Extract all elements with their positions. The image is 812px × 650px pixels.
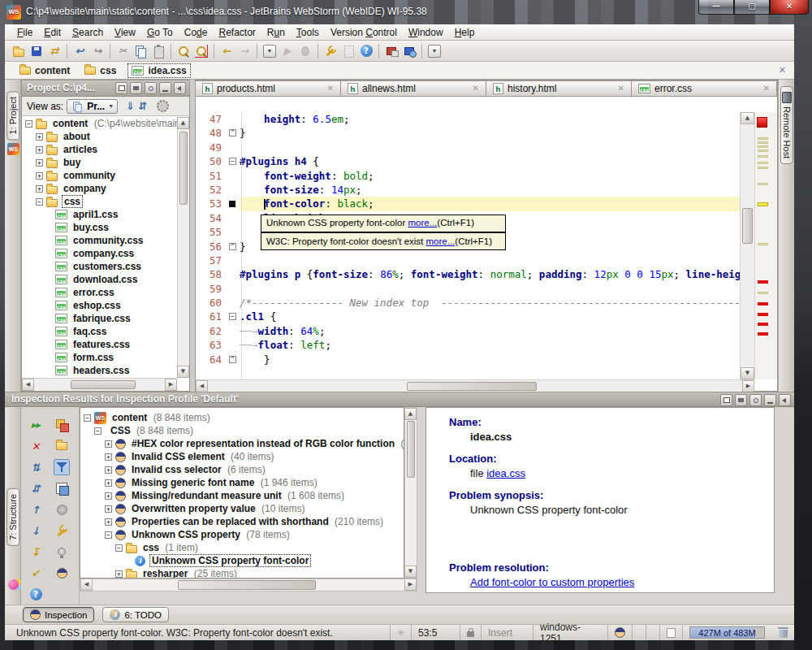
tree-item-label[interactable]: error.css	[71, 287, 116, 298]
preview-button[interactable]	[54, 501, 70, 518]
fold-gutter[interactable]: ^	[227, 353, 240, 366]
menu-edit[interactable]: Edit	[38, 25, 67, 40]
detail-location-link[interactable]: idea.css	[486, 467, 525, 479]
group-by-directory-button[interactable]	[54, 438, 70, 454]
tree-item-label[interactable]: content (8 848 items)	[110, 412, 212, 423]
expand-icon[interactable]: +	[36, 159, 43, 167]
line-number[interactable]: 56	[196, 240, 227, 254]
editor-tab-history-html[interactable]: history.html✕	[486, 80, 632, 97]
tree-item-label[interactable]: eshop.css	[71, 300, 123, 311]
quick-fix-button[interactable]	[54, 522, 70, 539]
tree-item-label[interactable]: Invalid css selector (6 items)	[130, 464, 267, 475]
fold-gutter[interactable]	[227, 169, 240, 183]
tree-item-content[interactable]: −content (C:\p4\website\main\	[22, 117, 177, 130]
line-number[interactable]: 52	[196, 183, 227, 197]
editor-tab-error-css[interactable]: error.css✕	[632, 80, 777, 97]
expand-icon[interactable]: +	[105, 518, 112, 526]
editor-line-59[interactable]: 59	[196, 282, 740, 296]
fold-gutter[interactable]	[227, 211, 240, 225]
run-config-select[interactable]: ▼	[263, 45, 276, 58]
fold-gutter[interactable]	[227, 225, 240, 239]
fold-gutter[interactable]	[227, 338, 240, 352]
tree-item-company-css[interactable]: company.css	[22, 247, 177, 260]
line-text[interactable]: }	[240, 126, 740, 140]
min-panel-icon[interactable]	[159, 82, 171, 94]
save-button[interactable]	[28, 42, 45, 60]
tree-item-articles[interactable]: +articles	[22, 143, 177, 156]
cut-button[interactable]: ✂	[114, 42, 132, 60]
collapse-icon[interactable]: −	[115, 544, 123, 552]
paste-button[interactable]	[149, 42, 167, 60]
editor-line-61[interactable]: 61−.cl1 {	[196, 310, 740, 323]
tree-item-label[interactable]: Overwritten property value (10 items)	[130, 503, 306, 514]
stripe-mark-yellow[interactable]	[758, 167, 768, 169]
todo-toolwindow-button[interactable]: 6: TODO	[102, 607, 169, 622]
project-panel-header[interactable]: Project C:\p4...	[22, 80, 189, 97]
tree-item-css[interactable]: −CSS (8 848 items)	[80, 424, 404, 437]
line-number[interactable]: 48	[196, 126, 227, 140]
tree-item-label[interactable]: download.css	[71, 274, 139, 285]
collapse-all-button[interactable]: ⇵	[28, 480, 44, 496]
tree-item-label[interactable]: Invalid CSS element (40 items)	[130, 451, 275, 462]
tree-item-buy[interactable]: +buy	[22, 156, 177, 169]
menu-version-control[interactable]: Version Control	[325, 25, 403, 40]
line-number[interactable]: 58	[196, 267, 227, 281]
tree-item-label[interactable]: april1.css	[71, 209, 119, 220]
caret-position[interactable]: 53:5	[411, 625, 460, 640]
download-button[interactable]	[400, 42, 418, 60]
next-problem-button[interactable]: ↓	[28, 522, 44, 539]
editor-line-64[interactable]: 64^ }	[196, 353, 740, 366]
find-button[interactable]	[175, 42, 192, 60]
autoscroll-button[interactable]	[54, 417, 70, 433]
tree-item-resharper[interactable]: +resharper (25 items)	[80, 567, 404, 578]
edit-profile-button[interactable]	[54, 565, 70, 581]
navbar-close-icon[interactable]: ✕	[779, 65, 786, 76]
editor-line-51[interactable]: 51 font-weight: bold;	[196, 169, 740, 183]
tree-item-label[interactable]: CSS (8 848 items)	[109, 425, 195, 436]
menu-run[interactable]: Run	[261, 25, 291, 40]
tree-item-download-css[interactable]: download.css	[22, 273, 177, 286]
tree-item-faq-css[interactable]: faq.css	[22, 325, 177, 338]
close-button[interactable]: ✕	[770, 0, 809, 15]
line-text[interactable]: #plugins h4 {	[240, 154, 740, 168]
line-number[interactable]: 63	[196, 338, 227, 352]
menu-help[interactable]: Help	[449, 25, 481, 40]
tab-close-icon[interactable]: ✕	[473, 84, 479, 93]
fold-gutter[interactable]	[227, 197, 240, 210]
inspection-horizontal-scrollbar[interactable]: ◀ ▶	[80, 578, 417, 592]
tree-item-form-css[interactable]: form.css	[22, 351, 177, 364]
tree-item-label[interactable]: content (C:\p4\website\main\	[51, 118, 177, 129]
line-number[interactable]: 60	[196, 296, 227, 310]
line-number[interactable]: 59	[196, 282, 227, 296]
dock-panel-icon[interactable]	[130, 82, 142, 94]
tree-item-label[interactable]: features.css	[71, 339, 132, 350]
line-number[interactable]: 54	[196, 211, 227, 225]
fold-close-icon[interactable]: ^	[229, 356, 236, 363]
stripe-mark-yellow[interactable]	[758, 137, 768, 140]
collapse-icon[interactable]: −	[84, 414, 91, 422]
tree-item-overwritten-property-value[interactable]: +Overwritten property value (10 items)	[80, 502, 404, 515]
project-horizontal-scrollbar[interactable]: ◀ ▶	[22, 378, 177, 391]
tree-item-label[interactable]: css (1 item)	[141, 542, 200, 553]
tree-item-label[interactable]: buy	[62, 157, 82, 168]
collapse-icon[interactable]: −	[36, 198, 43, 206]
editor-line-47[interactable]: 47 height: 6.5em;	[196, 112, 740, 126]
stripe-mark-yellow[interactable]	[758, 162, 768, 164]
tooltip-more-link-1[interactable]: more...	[408, 218, 438, 228]
editor-line-50[interactable]: 50−#plugins h4 {	[196, 154, 740, 168]
detail-resolution-link[interactable]: Add font-color to custom properties	[470, 576, 634, 588]
tree-item-css[interactable]: −css (1 item)	[80, 541, 404, 554]
line-number[interactable]: 61	[196, 310, 227, 323]
editor-horizontal-scrollbar[interactable]: ◀ ▶	[196, 379, 754, 392]
fold-open-icon[interactable]: −	[229, 313, 236, 320]
tree-item-community-css[interactable]: community.css	[22, 234, 177, 247]
fold-gutter[interactable]	[227, 296, 240, 310]
structure-toolwindow-tab[interactable]: 7: Structure	[6, 488, 19, 546]
remote-host-tab[interactable]: Remote Host	[780, 86, 793, 164]
menu-code[interactable]: Code	[179, 25, 214, 40]
breadcrumb-content[interactable]: content	[16, 64, 73, 77]
tree-item-community[interactable]: +community	[22, 169, 177, 182]
tree-item-invalid-css-element[interactable]: +Invalid CSS element (40 items)	[80, 450, 404, 463]
minimize-button[interactable]: —	[698, 0, 734, 15]
fold-gutter[interactable]: ^	[227, 126, 240, 140]
